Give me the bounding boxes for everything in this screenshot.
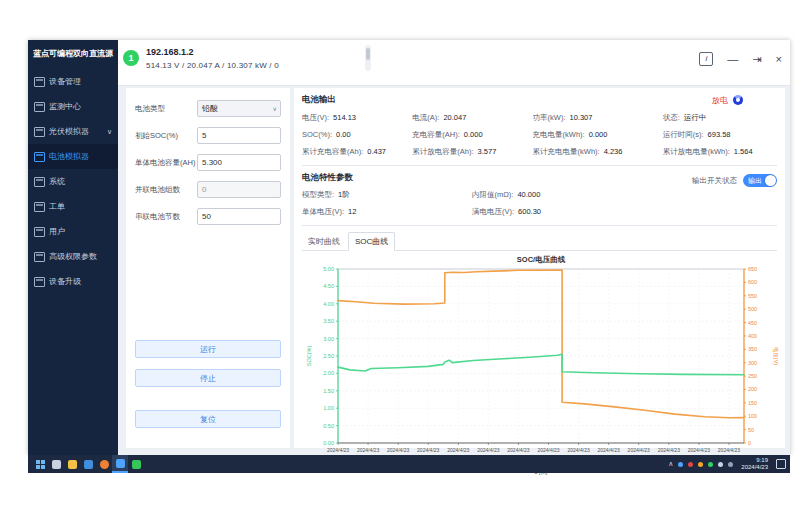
divider <box>302 165 777 166</box>
tray-icon-3[interactable] <box>708 462 713 467</box>
stat-label: 充电容量(AH): <box>412 130 460 140</box>
device-manage-icon <box>34 77 45 87</box>
clock-date: 2024/4/23 <box>741 464 768 471</box>
sidebar-item-5[interactable]: 工单 <box>28 194 118 219</box>
reset-button[interactable]: 复位 <box>135 410 281 428</box>
output-stat-3: 状态:运行中 <box>663 113 777 123</box>
stat-value: 0.00 <box>336 130 351 140</box>
tray-icon-5[interactable] <box>728 462 733 467</box>
taskbar-icons <box>32 455 144 473</box>
output-stat-0: 电压(V):514.13 <box>302 113 406 123</box>
field-input[interactable]: 50 <box>197 208 281 225</box>
stat-value: 20.047 <box>443 113 466 123</box>
params-panel-title: 电池特性参数 <box>302 172 692 184</box>
exit-icon[interactable]: ⇥ <box>752 53 761 65</box>
stat-value: 3.577 <box>478 147 497 157</box>
form-field-4: 串联电池节数50 <box>135 208 281 225</box>
tray-icon-1[interactable] <box>688 462 693 467</box>
sidebar-item-1[interactable]: 监测中心 <box>28 94 118 119</box>
sidebar-item-label: 电池模拟器 <box>49 151 89 162</box>
notification-icon[interactable] <box>776 459 786 469</box>
svg-text:0.50: 0.50 <box>323 423 334 429</box>
scrollbar-thumb[interactable] <box>366 48 370 60</box>
sidebar-item-label: 光伏模拟器 <box>49 126 89 137</box>
output-stat-4: SOC(%):0.00 <box>302 130 406 140</box>
tray-icon-4[interactable] <box>718 462 723 467</box>
stat-label: 满电电压(V): <box>472 207 514 217</box>
tray-icon-0[interactable] <box>678 462 683 467</box>
param-stat-3: 满电电压(V):600.30 <box>472 207 692 217</box>
svg-text:500: 500 <box>748 306 757 312</box>
device-ip: 192.168.1.2 <box>146 47 279 57</box>
device-list-scrollbar[interactable] <box>365 45 371 71</box>
field-input[interactable]: 0 <box>197 181 281 198</box>
chat-app-icon[interactable] <box>128 455 144 473</box>
svg-text:200: 200 <box>748 386 757 392</box>
field-label: 串联电池节数 <box>135 212 197 222</box>
start-button[interactable] <box>32 455 48 473</box>
stat-value: 600.30 <box>518 207 541 217</box>
field-label: 初始SOC(%) <box>135 131 197 141</box>
info-icon[interactable]: i <box>699 52 713 66</box>
field-input[interactable]: 5.300 <box>197 154 281 171</box>
stop-button[interactable]: 停止 <box>135 369 281 387</box>
svg-text:2024/4/23: 2024/4/23 <box>447 447 469 453</box>
svg-text:2024/4/23: 2024/4/23 <box>357 447 379 453</box>
taskbar-clock[interactable]: 9:192024/4/23 <box>741 457 768 471</box>
tab-realtime-curve[interactable]: 实时曲线 <box>302 233 346 250</box>
system-icon <box>34 177 45 187</box>
stat-label: 累计放电电量(kWh): <box>663 147 730 157</box>
svg-text:2024/4/23: 2024/4/23 <box>477 447 499 453</box>
stat-label: 累计充电容量(Ah): <box>302 147 363 157</box>
svg-text:250: 250 <box>748 373 757 379</box>
battery-type-select[interactable]: 铅酸∨ <box>197 100 281 117</box>
browser-icon[interactable] <box>96 455 112 473</box>
run-button[interactable]: 运行 <box>135 340 281 358</box>
stat-label: 功率(kW): <box>533 113 566 123</box>
field-input[interactable]: 5 <box>197 127 281 144</box>
sidebar-item-4[interactable]: 系统 <box>28 169 118 194</box>
output-stats-grid: 电压(V):514.13电流(A):20.047功率(kW):10.307状态:… <box>302 113 777 157</box>
app-blue-icon[interactable] <box>80 455 96 473</box>
file-explorer-icon[interactable] <box>64 455 80 473</box>
battery-output-panel: 电池输出 放电 电压(V):514.13电流(A):20.047功率(kW):1… <box>302 94 777 157</box>
sidebar-item-0[interactable]: 设备管理 <box>28 69 118 94</box>
tray-expand-icon[interactable]: ∧ <box>668 460 673 468</box>
svg-text:2024/4/23: 2024/4/23 <box>718 447 740 453</box>
minimize-icon[interactable]: — <box>727 53 738 65</box>
close-icon[interactable]: × <box>776 53 782 65</box>
device-readings: 514.13 V / 20.047 A / 10.307 kW / 0 <box>146 61 279 70</box>
output-stat-7: 运行时间(s):693.58 <box>663 130 777 140</box>
stat-value: 12 <box>348 207 356 217</box>
form-field-0: 电池类型铅酸∨ <box>135 100 281 117</box>
stat-value: 1.564 <box>734 147 753 157</box>
svg-text:550: 550 <box>748 293 757 299</box>
svg-text:150: 150 <box>748 400 757 406</box>
param-stat-0: 模型类型:1阶 <box>302 190 472 200</box>
active-app-icon[interactable] <box>112 455 128 473</box>
select-arrow-icon: ∨ <box>273 105 277 112</box>
output-stat-2: 功率(kW):10.307 <box>533 113 657 123</box>
sidebar-item-7[interactable]: 高级权限参数 <box>28 244 118 269</box>
svg-text:2024/4/23: 2024/4/23 <box>658 447 680 453</box>
soc-voltage-chart: 0.000.501.001.502.002.503.003.504.004.50… <box>302 253 777 481</box>
sidebar-item-label: 监测中心 <box>49 101 81 112</box>
sidebar-item-8[interactable]: 设备升级 <box>28 269 118 294</box>
svg-text:650: 650 <box>748 266 757 272</box>
tab-soc-curve[interactable]: SOC曲线 <box>348 232 395 251</box>
sidebar-item-3[interactable]: 电池模拟器 <box>28 144 118 169</box>
stat-value: 1阶 <box>338 190 350 200</box>
svg-text:350: 350 <box>748 346 757 352</box>
series-SOC <box>338 354 744 375</box>
system-tray: ∧9:192024/4/23 <box>668 457 786 471</box>
sidebar-item-label: 系统 <box>49 176 65 187</box>
stat-label: 电流(A): <box>412 113 439 123</box>
output-switch-toggle[interactable]: 输出 <box>743 174 777 187</box>
stat-value: 运行中 <box>684 113 707 123</box>
sidebar-item-2[interactable]: 光伏模拟器∨ <box>28 119 118 144</box>
search-icon[interactable] <box>48 455 64 473</box>
tray-icon-2[interactable] <box>698 462 703 467</box>
work-order-icon <box>34 202 45 212</box>
sidebar-item-6[interactable]: 用户 <box>28 219 118 244</box>
stat-label: SOC(%): <box>302 130 332 140</box>
